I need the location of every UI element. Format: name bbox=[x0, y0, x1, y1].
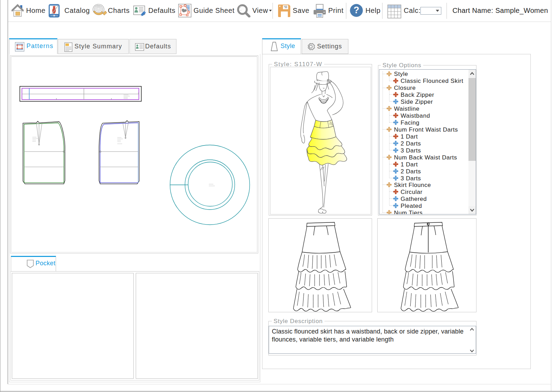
svg-text:Side Zipper: Side Zipper bbox=[401, 99, 433, 105]
svg-text:Facing: Facing bbox=[401, 119, 419, 126]
svg-text:1 Dart: 1 Dart bbox=[401, 161, 418, 168]
svg-text:Closure: Closure bbox=[394, 85, 416, 91]
svg-text:?: ? bbox=[354, 5, 360, 15]
svg-text:3 Darts: 3 Darts bbox=[401, 147, 421, 154]
svg-text:Num Tiers: Num Tiers bbox=[394, 210, 423, 214]
svg-text:Waistband: Waistband bbox=[401, 112, 430, 119]
svg-text:Num Back Waist Darts: Num Back Waist Darts bbox=[394, 154, 457, 161]
svg-text:1 Dart: 1 Dart bbox=[401, 133, 418, 140]
svg-text:Num Front Waist Darts: Num Front Waist Darts bbox=[394, 126, 458, 133]
svg-text:Pleated: Pleated bbox=[401, 203, 422, 209]
svg-text:3 Darts: 3 Darts bbox=[401, 175, 421, 182]
svg-text:Back Zipper: Back Zipper bbox=[401, 92, 434, 98]
svg-text:2 Darts: 2 Darts bbox=[401, 168, 421, 175]
svg-text:Style: Style bbox=[394, 71, 408, 77]
svg-text:Classic Flounced Skirt: Classic Flounced Skirt bbox=[401, 78, 463, 84]
svg-text:Waistline: Waistline bbox=[394, 105, 419, 112]
svg-text:Circular: Circular bbox=[401, 189, 423, 195]
svg-text:Gathered: Gathered bbox=[401, 196, 427, 202]
svg-text:2 Darts: 2 Darts bbox=[401, 140, 421, 147]
svg-text:Skirt Flounce: Skirt Flounce bbox=[394, 182, 431, 188]
